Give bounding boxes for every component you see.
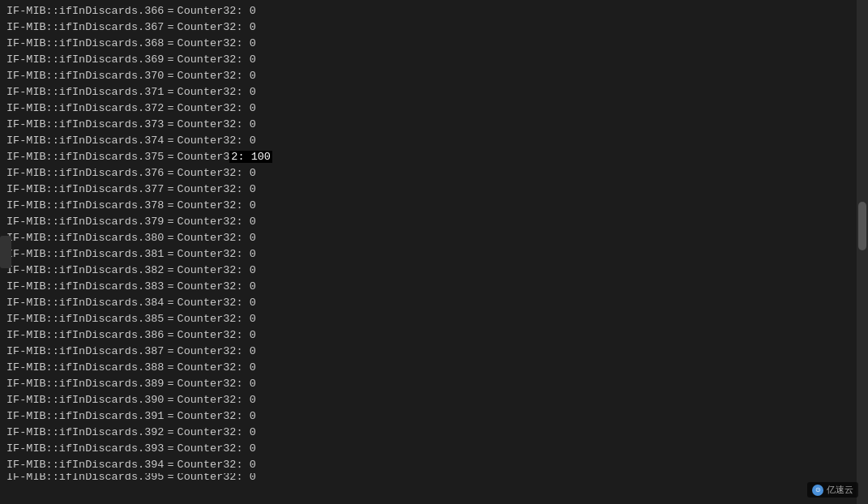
line-left: IF-MIB::ifInDiscards.371 — [6, 84, 164, 100]
line-right: Counter32: 0 — [177, 52, 256, 68]
scrollbar-right — [857, 0, 868, 504]
line-right: Counter32: 0 — [177, 165, 256, 182]
line-equals: = — [167, 133, 173, 149]
line-left: IF-MIB::ifInDiscards.367 — [6, 19, 164, 36]
line-right: Counter32: 0 — [177, 360, 256, 376]
line-left: IF-MIB::ifInDiscards.384 — [6, 295, 164, 311]
line-equals: = — [167, 3, 173, 19]
line-left: IF-MIB::ifInDiscards.389 — [6, 376, 164, 392]
line-equals: = — [167, 360, 173, 376]
line-left: IF-MIB::ifInDiscards.386 — [6, 327, 164, 344]
line-right: Counter32: 0 — [177, 36, 256, 52]
terminal-line: IF-MIB::ifInDiscards.380 = Counter32: 0 — [6, 230, 862, 246]
line-right: Counter32: 0 — [177, 230, 256, 246]
line-right: Counter32: 0 — [177, 263, 256, 279]
line-equals: = — [167, 295, 173, 311]
terminal-line: IF-MIB::ifInDiscards.389 = Counter32: 0 — [6, 376, 862, 392]
terminal-line: IF-MIB::ifInDiscards.373 = Counter32: 0 — [6, 117, 862, 133]
line-equals: = — [167, 214, 173, 230]
terminal-line: IF-MIB::ifInDiscards.391 = Counter32: 0 — [6, 408, 862, 425]
line-left: IF-MIB::ifInDiscards.393 — [6, 441, 164, 457]
line-right: Counter32: 0 — [177, 117, 256, 133]
terminal-line: IF-MIB::ifInDiscards.374 = Counter32: 0 — [6, 133, 862, 149]
line-right: Counter32: 0 — [177, 311, 256, 327]
scrollbar-thumb[interactable] — [858, 202, 866, 250]
terminal-line: IF-MIB::ifInDiscards.384 = Counter32: 0 — [6, 295, 862, 311]
line-equals: = — [167, 36, 173, 52]
line-equals: = — [167, 425, 173, 441]
terminal-line: IF-MIB::ifInDiscards.385 = Counter32: 0 — [6, 311, 862, 327]
line-right: Counter32: 100 — [177, 149, 272, 165]
terminal-line: IF-MIB::ifInDiscards.388 = Counter32: 0 — [6, 360, 862, 376]
line-equals: = — [167, 246, 173, 263]
line-right: Counter32: 0 — [177, 133, 256, 149]
terminal-line: IF-MIB::ifInDiscards.394 = Counter32: 0 — [6, 457, 862, 473]
line-equals: = — [167, 230, 173, 246]
line-equals: = — [167, 457, 173, 473]
line-equals: = — [167, 441, 173, 457]
line-equals: = — [167, 198, 173, 214]
terminal-line: IF-MIB::ifInDiscards.372 = Counter32: 0 — [6, 100, 862, 117]
line-left: IF-MIB::ifInDiscards.377 — [6, 182, 164, 198]
terminal-line: IF-MIB::ifInDiscards.387 = Counter32: 0 — [6, 344, 862, 360]
terminal-line: IF-MIB::ifInDiscards.383 = Counter32: 0 — [6, 279, 862, 295]
line-left: IF-MIB::ifInDiscards.366 — [6, 3, 164, 19]
terminal-line: IF-MIB::ifInDiscards.393 = Counter32: 0 — [6, 441, 862, 457]
line-right: Counter32: 0 — [177, 214, 256, 230]
line-right: Counter32: 0 — [177, 473, 256, 481]
line-left: IF-MIB::ifInDiscards.382 — [6, 263, 164, 279]
line-left: IF-MIB::ifInDiscards.394 — [6, 457, 164, 473]
terminal-line: IF-MIB::ifInDiscards.376 = Counter32: 0 — [6, 165, 862, 182]
line-equals: = — [167, 392, 173, 408]
terminal-line: IF-MIB::ifInDiscards.390 = Counter32: 0 — [6, 392, 862, 408]
line-left: IF-MIB::ifInDiscards.375 — [6, 149, 164, 165]
line-right: Counter32: 0 — [177, 182, 256, 198]
terminal-line: IF-MIB::ifInDiscards.368 = Counter32: 0 — [6, 36, 862, 52]
line-right: Counter32: 0 — [177, 100, 256, 117]
line-left: IF-MIB::ifInDiscards.387 — [6, 344, 164, 360]
terminal-line: IF-MIB::ifInDiscards.367 = Counter32: 0 — [6, 19, 862, 36]
watermark-badge: ⊙ 亿速云 — [807, 482, 858, 498]
line-equals: = — [167, 165, 173, 182]
line-right: Counter32: 0 — [177, 327, 256, 344]
line-left: IF-MIB::ifInDiscards.392 — [6, 425, 164, 441]
terminal-line: IF-MIB::ifInDiscards.371 = Counter32: 0 — [6, 84, 862, 100]
line-equals: = — [167, 149, 173, 165]
terminal-line: IF-MIB::ifInDiscards.375 = Counter32: 10… — [6, 149, 862, 165]
terminal-line: IF-MIB::ifInDiscards.377 = Counter32: 0 — [6, 182, 862, 198]
terminal-line: IF-MIB::ifInDiscards.395 = Counter32: 0 — [6, 473, 862, 481]
line-equals: = — [167, 473, 173, 481]
line-left: IF-MIB::ifInDiscards.391 — [6, 408, 164, 425]
line-left: IF-MIB::ifInDiscards.369 — [6, 52, 164, 68]
scrollbar-left[interactable] — [0, 236, 11, 268]
line-equals: = — [167, 311, 173, 327]
line-equals: = — [167, 117, 173, 133]
terminal-line: IF-MIB::ifInDiscards.370 = Counter32: 0 — [6, 68, 862, 84]
line-right: Counter32: 0 — [177, 68, 256, 84]
line-equals: = — [167, 100, 173, 117]
line-equals: = — [167, 19, 173, 36]
line-equals: = — [167, 376, 173, 392]
line-equals: = — [167, 263, 173, 279]
line-left: IF-MIB::ifInDiscards.374 — [6, 133, 164, 149]
line-right: Counter32: 0 — [177, 84, 256, 100]
watermark-icon: ⊙ — [812, 485, 823, 496]
line-right: Counter32: 0 — [177, 279, 256, 295]
line-equals: = — [167, 327, 173, 344]
line-highlight: 2: 100 — [229, 151, 272, 163]
terminal-line: IF-MIB::ifInDiscards.382 = Counter32: 0 — [6, 263, 862, 279]
terminal-output: IF-MIB::ifInDiscards.366 = Counter32: 0I… — [6, 3, 862, 481]
line-right: Counter32: 0 — [177, 376, 256, 392]
line-right: Counter32: 0 — [177, 19, 256, 36]
line-left: IF-MIB::ifInDiscards.390 — [6, 392, 164, 408]
line-equals: = — [167, 84, 173, 100]
line-right: Counter32: 0 — [177, 457, 256, 473]
line-left: IF-MIB::ifInDiscards.395 — [6, 473, 164, 481]
line-left: IF-MIB::ifInDiscards.380 — [6, 230, 164, 246]
line-right: Counter32: 0 — [177, 441, 256, 457]
line-right: Counter32: 0 — [177, 246, 256, 263]
terminal-line: IF-MIB::ifInDiscards.366 = Counter32: 0 — [6, 3, 862, 19]
line-right: Counter32: 0 — [177, 392, 256, 408]
terminal-line: IF-MIB::ifInDiscards.379 = Counter32: 0 — [6, 214, 862, 230]
line-left: IF-MIB::ifInDiscards.388 — [6, 360, 164, 376]
